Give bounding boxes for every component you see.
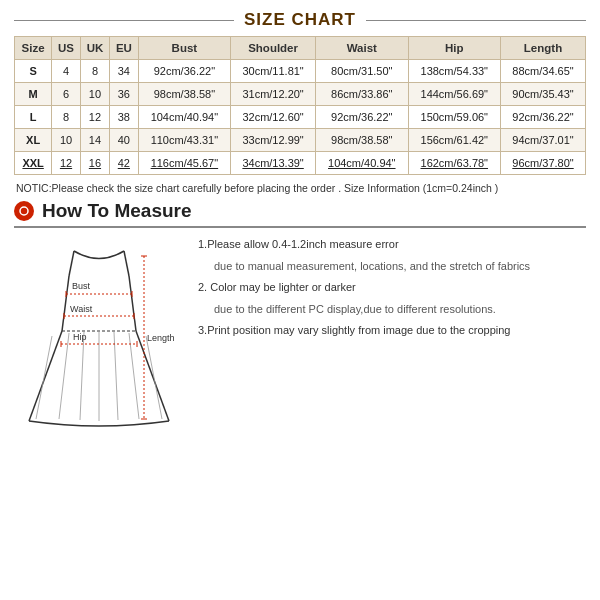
svg-point-0 xyxy=(20,207,28,215)
table-cell: 98cm/38.58" xyxy=(138,83,231,106)
table-cell: 14 xyxy=(80,129,109,152)
table-cell: 150cm/59.06" xyxy=(408,106,501,129)
table-cell: 90cm/35.43" xyxy=(501,83,586,106)
table-cell: 42 xyxy=(110,152,139,175)
table-cell: 10 xyxy=(52,129,81,152)
svg-line-4 xyxy=(129,276,136,331)
table-cell: 10 xyxy=(80,83,109,106)
table-cell: 116cm/45.67" xyxy=(138,152,231,175)
col-header-length: Length xyxy=(501,37,586,60)
table-cell: 34cm/13.39" xyxy=(231,152,316,175)
col-header-shoulder: Shoulder xyxy=(231,37,316,60)
table-cell: 12 xyxy=(52,152,81,175)
page-wrapper: SIZE CHART Size US UK EU Bust Shoulder W… xyxy=(0,0,600,600)
table-cell: 162cm/63.78" xyxy=(408,152,501,175)
table-cell: 30cm/11.81" xyxy=(231,60,316,83)
table-row: L81238104cm/40.94"32cm/12.60"92cm/36.22"… xyxy=(15,106,586,129)
title-line-left xyxy=(14,20,234,21)
instruction-1-main: 1.Please allow 0.4-1.2inch measure error xyxy=(198,236,586,254)
instruction-2-sub: due to the different PC display,due to d… xyxy=(198,301,586,319)
svg-line-12 xyxy=(114,332,118,420)
table-cell: XL xyxy=(15,129,52,152)
table-cell: 94cm/37.01" xyxy=(501,129,586,152)
col-header-hip: Hip xyxy=(408,37,501,60)
table-cell: 36 xyxy=(110,83,139,106)
svg-line-6 xyxy=(29,331,62,421)
instruction-3-main: 3.Print position may vary slightly from … xyxy=(198,322,586,340)
table-cell: 138cm/54.33" xyxy=(408,60,501,83)
red-circle-icon xyxy=(14,201,34,221)
instructions: 1.Please allow 0.4-1.2inch measure error… xyxy=(198,236,586,344)
table-cell: 34 xyxy=(110,60,139,83)
dress-diagram: Bust Waist Hip Length xyxy=(14,236,184,439)
table-cell: 12 xyxy=(80,106,109,129)
page-title: SIZE CHART xyxy=(244,10,356,30)
title-row: SIZE CHART xyxy=(14,10,586,30)
table-cell: 80cm/31.50" xyxy=(316,60,409,83)
title-line-right xyxy=(366,20,586,21)
table-cell: 98cm/38.58" xyxy=(316,129,409,152)
svg-line-14 xyxy=(146,336,162,419)
svg-text:Length: Length xyxy=(147,333,175,343)
table-cell: 32cm/12.60" xyxy=(231,106,316,129)
instruction-1-sub: due to manual measurement, locations, an… xyxy=(198,258,586,276)
col-header-size: Size xyxy=(15,37,52,60)
table-cell: L xyxy=(15,106,52,129)
table-cell: 4 xyxy=(52,60,81,83)
svg-text:Bust: Bust xyxy=(72,281,91,291)
table-row: XL101440110cm/43.31"33cm/12.99"98cm/38.5… xyxy=(15,129,586,152)
size-table: Size US UK EU Bust Shoulder Waist Hip Le… xyxy=(14,36,586,175)
table-cell: S xyxy=(15,60,52,83)
table-cell: 31cm/12.20" xyxy=(231,83,316,106)
table-cell: 8 xyxy=(52,106,81,129)
svg-line-10 xyxy=(80,332,84,420)
table-cell: 156cm/61.42" xyxy=(408,129,501,152)
col-header-uk: UK xyxy=(80,37,109,60)
table-cell: 38 xyxy=(110,106,139,129)
notice-text: NOTIC:Please check the size chart carefu… xyxy=(14,182,586,194)
table-header-row: Size US UK EU Bust Shoulder Waist Hip Le… xyxy=(15,37,586,60)
col-header-us: US xyxy=(52,37,81,60)
table-row: M6103698cm/38.58"31cm/12.20"86cm/33.86"1… xyxy=(15,83,586,106)
table-cell: 144cm/56.69" xyxy=(408,83,501,106)
table-cell: 8 xyxy=(80,60,109,83)
col-header-bust: Bust xyxy=(138,37,231,60)
svg-line-7 xyxy=(136,331,169,421)
col-header-waist: Waist xyxy=(316,37,409,60)
how-to-measure-title: How To Measure xyxy=(42,200,192,222)
svg-text:Waist: Waist xyxy=(70,304,93,314)
svg-line-8 xyxy=(36,336,52,419)
bottom-section: Bust Waist Hip Length xyxy=(14,236,586,439)
table-cell: M xyxy=(15,83,52,106)
svg-line-1 xyxy=(69,251,74,276)
svg-text:Hip: Hip xyxy=(73,332,87,342)
table-cell: XXL xyxy=(15,152,52,175)
table-cell: 86cm/33.86" xyxy=(316,83,409,106)
table-cell: 88cm/34.65" xyxy=(501,60,586,83)
table-cell: 6 xyxy=(52,83,81,106)
table-row: XXL121642116cm/45.67"34cm/13.39"104cm/40… xyxy=(15,152,586,175)
table-cell: 110cm/43.31" xyxy=(138,129,231,152)
table-cell: 33cm/12.99" xyxy=(231,129,316,152)
table-cell: 104cm/40.94" xyxy=(316,152,409,175)
table-cell: 92cm/36.22" xyxy=(501,106,586,129)
instruction-2-main: 2. Color may be lighter or darker xyxy=(198,279,586,297)
col-header-eu: EU xyxy=(110,37,139,60)
dress-svg: Bust Waist Hip Length xyxy=(14,236,184,436)
how-to-measure-header: How To Measure xyxy=(14,200,586,228)
svg-line-3 xyxy=(62,276,69,331)
svg-line-2 xyxy=(124,251,129,276)
table-cell: 104cm/40.94" xyxy=(138,106,231,129)
table-row: S483492cm/36.22"30cm/11.81"80cm/31.50"13… xyxy=(15,60,586,83)
table-cell: 16 xyxy=(80,152,109,175)
table-cell: 92cm/36.22" xyxy=(316,106,409,129)
table-cell: 92cm/36.22" xyxy=(138,60,231,83)
table-cell: 96cm/37.80" xyxy=(501,152,586,175)
table-cell: 40 xyxy=(110,129,139,152)
